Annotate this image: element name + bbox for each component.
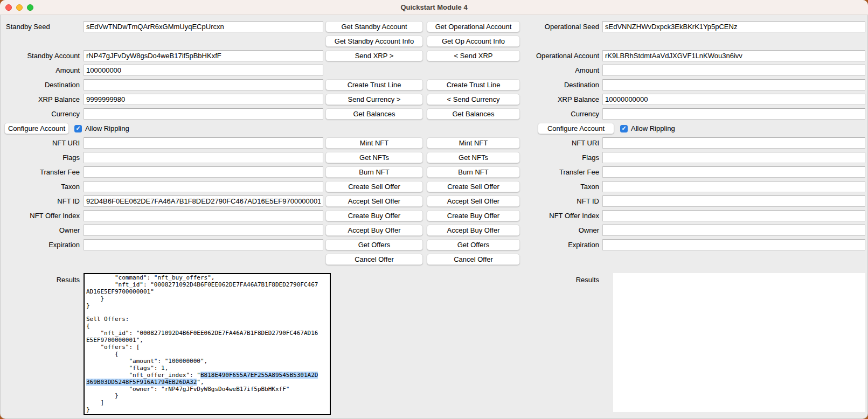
zoom-button[interactable] [27,4,33,11]
standby-amount-input[interactable] [84,65,323,76]
standby-expiration-input[interactable] [84,239,323,250]
standby-currency-row: Currency [2,107,323,121]
operational-flags-input[interactable] [602,152,865,163]
operational-create-buy-offer-button[interactable]: Create Buy Offer [427,210,520,221]
send-xrp-left-button[interactable]: < Send XRP [427,50,520,61]
operational-nft-offer-index-label: NFT Offer Index [520,212,602,220]
standby-nft-uri-label: NFT URI [2,139,84,147]
operational-expiration-input[interactable] [602,239,865,250]
standby-account-row: Standby Account [2,48,323,63]
operational-results-text[interactable] [613,273,865,412]
operational-seed-input[interactable] [602,21,865,32]
operational-cancel-offer-button[interactable]: Cancel Offer [427,254,520,265]
operational-create-sell-offer-button[interactable]: Create Sell Offer [427,181,520,192]
operational-results-label: Results [520,273,602,284]
standby-nft-uri-input[interactable] [84,137,323,149]
get-op-account-info-button[interactable]: Get Op Account Info [427,36,520,47]
standby-seed-row: Standby Seed [2,19,323,34]
standby-configure-account-button[interactable]: Configure Account [4,123,69,134]
standby-currency-input[interactable] [84,108,323,120]
operational-xrp-balance-input[interactable] [602,94,865,105]
operational-transfer-fee-input[interactable] [602,166,865,178]
operational-nft-id-input[interactable] [602,195,865,207]
send-xrp-right-button[interactable]: Send XRP > [325,50,423,61]
standby-nft-offer-index-row: NFT Offer Index [2,208,323,223]
standby-get-offers-button[interactable]: Get Offers [325,239,423,250]
standby-currency-label: Currency [2,110,84,118]
operational-get-nfts-button[interactable]: Get NFTs [427,152,520,163]
standby-taxon-input[interactable] [84,181,323,192]
standby-cancel-offer-button[interactable]: Cancel Offer [325,254,423,265]
operational-taxon-input[interactable] [602,181,865,192]
get-operational-account-button[interactable]: Get Operational Account [427,21,520,32]
operational-account-input[interactable] [602,50,865,61]
get-standby-account-button[interactable]: Get Standby Account [325,21,423,32]
operational-flags-row: Flags [520,150,865,165]
standby-create-buy-offer-button[interactable]: Create Buy Offer [325,210,423,221]
operational-get-balances-button[interactable]: Get Balances [427,108,520,120]
app-window: Quickstart Module 4 Standby Seed Standby… [0,0,868,419]
operational-accept-buy-offer-button[interactable]: Accept Buy Offer [427,225,520,236]
standby-seed-input[interactable] [84,21,323,32]
standby-accept-sell-offer-button[interactable]: Accept Sell Offer [325,195,423,207]
operational-burn-nft-button[interactable]: Burn NFT [427,166,520,178]
standby-owner-row: Owner [2,223,323,238]
standby-create-sell-offer-button[interactable]: Create Sell Offer [325,181,423,192]
standby-taxon-row: Taxon [2,179,323,194]
send-currency-right-button[interactable]: Send Currency > [325,94,423,105]
standby-nft-id-input[interactable] [84,195,323,207]
standby-owner-label: Owner [2,226,84,234]
standby-nft-id-label: NFT ID [2,197,84,205]
standby-create-trust-line-button[interactable]: Create Trust Line [325,79,423,90]
standby-allow-rippling-label: Allow Rippling [85,124,129,132]
operational-mint-nft-button[interactable]: Mint NFT [427,137,520,149]
standby-results-row: Results "command": "nft_buy_offers", "nf… [2,273,323,415]
operational-allow-rippling-checkbox[interactable]: ✓ [620,125,628,132]
operational-currency-input[interactable] [602,108,865,120]
standby-amount-row: Amount [2,63,323,78]
standby-allow-rippling-checkbox[interactable]: ✓ [74,125,82,132]
standby-configure-row: Configure Account ✓ Allow Rippling [2,121,323,136]
operational-amount-input[interactable] [602,65,865,76]
get-standby-account-info-button[interactable]: Get Standby Account Info [325,36,423,47]
operational-flags-label: Flags [520,153,602,162]
operational-nft-offer-index-input[interactable] [602,210,865,221]
operational-account-label: Operational Account [520,52,602,60]
operational-nft-id-label: NFT ID [520,197,602,205]
standby-xrp-balance-input[interactable] [84,94,323,105]
spacer-row [2,34,323,48]
operational-destination-input[interactable] [602,79,865,90]
operational-allow-rippling-label: Allow Rippling [631,124,675,132]
standby-taxon-label: Taxon [2,183,84,191]
operational-account-row: Operational Account [520,48,865,63]
minimize-button[interactable] [16,4,23,11]
operational-taxon-label: Taxon [520,183,602,191]
standby-get-nfts-button[interactable]: Get NFTs [325,152,423,163]
operational-currency-label: Currency [520,110,602,118]
operational-expiration-row: Expiration [520,238,865,252]
standby-transfer-fee-input[interactable] [84,166,323,178]
close-button[interactable] [5,4,12,11]
operational-configure-account-button[interactable]: Configure Account [538,123,614,134]
standby-get-balances-button[interactable]: Get Balances [325,108,423,120]
standby-nft-offer-index-input[interactable] [84,210,323,221]
operational-amount-label: Amount [520,66,602,74]
operational-get-offers-button[interactable]: Get Offers [427,239,520,250]
standby-accept-buy-offer-button[interactable]: Accept Buy Offer [325,225,423,236]
standby-xrp-balance-row: XRP Balance [2,92,323,107]
operational-owner-input[interactable] [602,225,865,236]
operational-accept-sell-offer-button[interactable]: Accept Sell Offer [427,195,520,207]
send-currency-left-button[interactable]: < Send Currency [427,94,520,105]
operational-nft-uri-input[interactable] [602,137,865,149]
standby-destination-input[interactable] [84,79,323,90]
standby-flags-input[interactable] [84,152,323,163]
standby-mint-nft-button[interactable]: Mint NFT [325,137,423,149]
operational-create-trust-line-button[interactable]: Create Trust Line [427,79,520,90]
checkmark-icon: ✓ [75,125,80,131]
standby-burn-nft-button[interactable]: Burn NFT [325,166,423,178]
operational-owner-label: Owner [520,226,602,234]
results-text-before-selection: "command": "nft_buy_offers", "nft_id": "… [86,274,318,379]
standby-account-input[interactable] [84,50,323,61]
standby-owner-input[interactable] [84,225,323,236]
standby-results-text[interactable]: "command": "nft_buy_offers", "nft_id": "… [84,273,331,415]
